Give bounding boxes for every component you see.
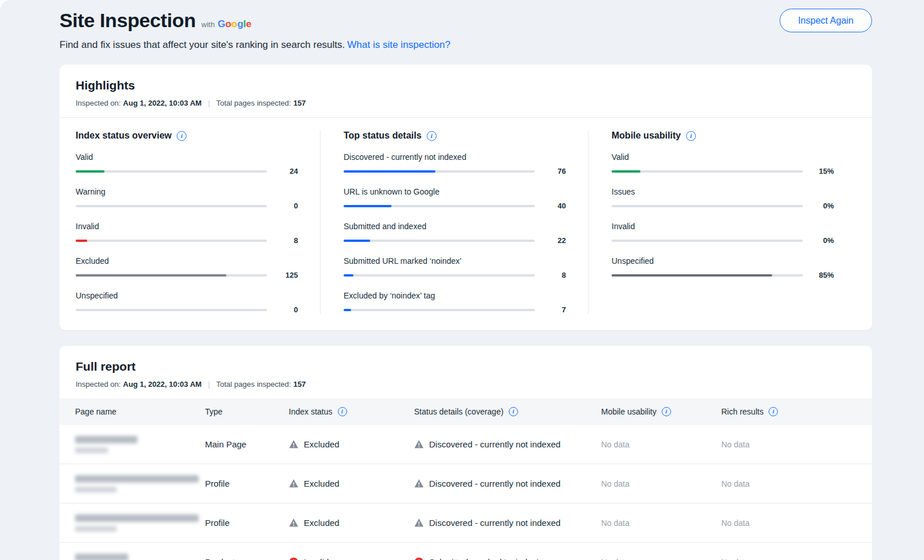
rich-results-cell: No data (721, 558, 872, 560)
stat-bar-row: 125 (76, 271, 298, 279)
stat-value: 85% (812, 271, 834, 279)
info-icon[interactable]: i (509, 407, 518, 416)
status-details-cell: Submitted, marked ‘noindex’ (414, 557, 601, 560)
stat-bar-track (76, 170, 267, 173)
stat-bar-track (76, 205, 267, 207)
table-row: Main Page Excluded Discovered - currentl… (59, 425, 872, 464)
stat-list: Discovered - currently not indexed 76 UR… (344, 152, 566, 314)
full-report-title: Full report (76, 360, 856, 374)
index-status-label: Excluded (304, 518, 340, 528)
meta-separator: | (208, 380, 210, 389)
stat-row: Invalid 8 (76, 222, 298, 245)
column-title: Index status overview (76, 130, 172, 141)
stat-label: Valid (76, 152, 298, 162)
info-icon[interactable]: i (769, 407, 778, 416)
table-row: Product Invalid Submitted, marked ‘noind… (59, 543, 872, 560)
stat-row: Unspecified 0 (76, 291, 298, 314)
status-details-cell: Discovered - currently not indexed (414, 518, 601, 528)
stat-list: Valid 15% Issues 0% Invalid 0% Unspecifi… (612, 152, 834, 279)
stat-label: Discovered - currently not indexed (344, 152, 566, 162)
rich-results-cell: No data (721, 479, 872, 488)
stat-row: Invalid 0% (612, 222, 834, 245)
google-letter: o (225, 18, 231, 29)
blurred-page-name (75, 436, 137, 443)
column-header: Page name (59, 407, 205, 416)
highlights-column: Index status overview i Valid 24 Warning… (76, 130, 320, 314)
info-icon[interactable]: i (662, 407, 671, 416)
page-header: Site Inspection with Google Find and fix… (0, 0, 924, 51)
stat-row: Submitted URL marked ‘noindex’ 8 (344, 256, 566, 279)
info-icon[interactable]: i (338, 407, 347, 416)
warning-icon (414, 439, 424, 449)
stat-bar-track (76, 309, 267, 311)
google-letter: o (232, 18, 237, 29)
stat-value: 125 (276, 271, 298, 279)
page-type-cell: Product (205, 557, 289, 560)
blurred-page-url (75, 526, 117, 532)
stat-bar-row: 7 (344, 305, 566, 314)
stat-bar-track (76, 274, 267, 277)
stat-row: Excluded 125 (76, 256, 298, 279)
stat-row: Valid 15% (612, 152, 834, 176)
info-icon[interactable]: i (686, 131, 696, 141)
stat-bar-row: 15% (612, 167, 834, 176)
error-icon (289, 557, 299, 560)
google-logo: Google (218, 18, 252, 30)
stat-label: Submitted and indexed (344, 222, 566, 231)
stat-value: 15% (812, 167, 834, 176)
full-report-header: Full report Inspected on:Aug 1, 2022, 10… (59, 346, 872, 398)
page-title: Site Inspection (59, 9, 196, 32)
status-details-label: Submitted, marked ‘noindex’ (429, 557, 538, 560)
stat-bar-track (344, 309, 535, 311)
google-letter: e (246, 18, 251, 29)
stat-bar-row: 0 (76, 201, 298, 210)
stat-bar-row: 76 (344, 167, 566, 176)
google-letter: g (237, 18, 243, 29)
stat-value: 0% (812, 201, 834, 210)
column-header: Type (205, 407, 289, 416)
stat-bar-row: 0% (612, 236, 834, 245)
error-icon (414, 557, 424, 560)
highlights-column: Top status details i Discovered - curren… (320, 130, 588, 314)
column-header-label: Status details (coverage) (414, 407, 504, 416)
column-title-row: Top status details i (344, 130, 566, 141)
warning-icon (414, 479, 424, 488)
index-status-cell: Invalid (289, 557, 414, 560)
what-is-site-inspection-link[interactable]: What is site inspection? (347, 39, 450, 50)
total-pages-value: 157 (293, 380, 306, 389)
stat-value: 8 (544, 271, 566, 279)
stat-bar-track (344, 170, 535, 173)
inspected-on-value: Aug 1, 2022, 10:03 AM (123, 99, 202, 107)
stat-bar-fill (344, 309, 351, 311)
stat-bar-fill (344, 274, 353, 277)
index-status-label: Excluded (304, 479, 340, 488)
inspect-again-button[interactable]: Inspect Again (780, 9, 872, 32)
status-details-label: Discovered - currently not indexed (429, 479, 561, 488)
stat-label: Unspecified (76, 291, 298, 300)
full-report-meta: Inspected on:Aug 1, 2022, 10:03 AM|Total… (76, 380, 856, 389)
mobile-usability-cell: No data (601, 518, 721, 528)
stat-value: 76 (544, 167, 566, 176)
mobile-usability-cell: No data (601, 479, 721, 488)
info-icon[interactable]: i (427, 131, 437, 141)
status-details-label: Discovered - currently not indexed (429, 439, 561, 449)
inspected-on-label: Inspected on: (76, 380, 121, 389)
stat-bar-track (612, 170, 803, 173)
stat-label: Excluded (76, 256, 298, 266)
index-status-label: Excluded (304, 439, 340, 449)
highlights-meta: Inspected on:Aug 1, 2022, 10:03 AM|Total… (76, 99, 856, 107)
stat-row: Submitted and indexed 22 (344, 222, 566, 245)
stat-bar-row: 0 (76, 305, 298, 314)
warning-icon (414, 518, 424, 528)
stat-row: Excluded by ‘noindex’ tag 7 (344, 291, 566, 314)
info-icon[interactable]: i (177, 131, 187, 141)
page-background: Site Inspection with Google Find and fix… (0, 0, 924, 560)
stat-label: Warning (76, 187, 298, 196)
column-header: Index status i (289, 407, 414, 416)
stat-bar-track (344, 205, 535, 207)
with-label: with (202, 20, 215, 29)
page-name-cell (59, 554, 205, 560)
warning-icon (289, 479, 299, 488)
stat-value: 40 (544, 201, 566, 210)
stat-bar-fill (344, 170, 435, 173)
